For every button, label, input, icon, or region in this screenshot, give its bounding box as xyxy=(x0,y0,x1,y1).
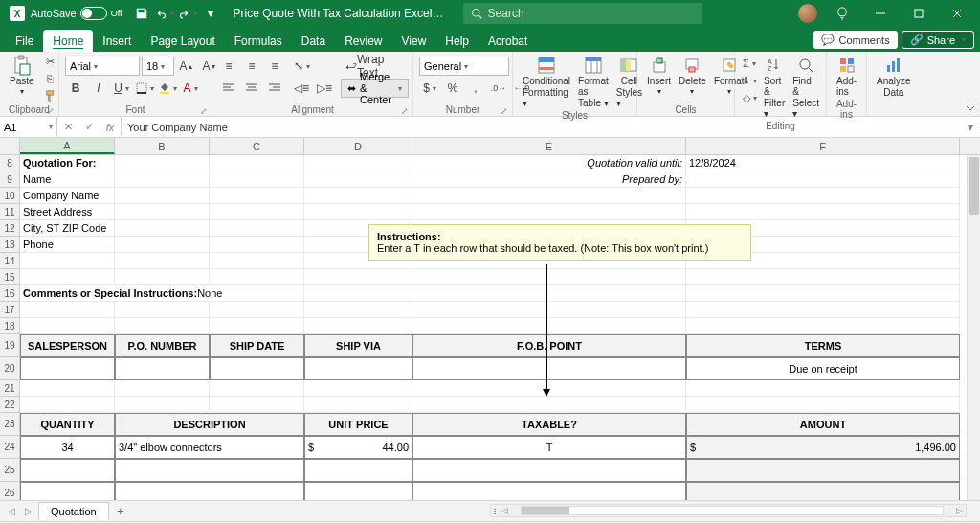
paste-button[interactable]: Paste▾ xyxy=(6,54,38,98)
cell[interactable]: TERMS xyxy=(686,334,960,357)
cell[interactable] xyxy=(686,302,960,318)
cell[interactable]: Due on receipt xyxy=(686,357,960,380)
col-header-d[interactable]: D xyxy=(304,138,412,154)
sheet-nav-prev-icon[interactable]: ◁ xyxy=(4,506,19,516)
align-center-icon[interactable] xyxy=(241,79,262,98)
col-header-c[interactable]: C xyxy=(210,138,304,154)
cell[interactable] xyxy=(304,302,412,318)
cell[interactable] xyxy=(115,318,210,334)
find-select-button[interactable]: Find &Select ▾ xyxy=(789,54,823,121)
cell[interactable] xyxy=(412,269,686,285)
cell[interactable] xyxy=(304,397,412,413)
row-header[interactable]: 15 xyxy=(0,269,20,285)
row-header[interactable]: 16 xyxy=(0,285,20,302)
row-header[interactable]: 11 xyxy=(0,204,20,220)
cell[interactable]: SALESPERSON xyxy=(20,334,115,357)
name-box[interactable]: A1▾ xyxy=(0,117,57,137)
maximize-icon[interactable] xyxy=(900,0,938,27)
tab-acrobat[interactable]: Acrobat xyxy=(479,30,537,52)
cell[interactable]: Phone xyxy=(20,237,115,253)
fill-icon[interactable]: ⬇ xyxy=(741,73,758,88)
row-header[interactable]: 12 xyxy=(0,220,20,237)
cell[interactable] xyxy=(20,380,115,397)
cell[interactable] xyxy=(115,220,210,237)
row-header[interactable]: 18 xyxy=(0,318,20,334)
cell[interactable] xyxy=(304,269,412,285)
align-top-icon[interactable]: ≡ xyxy=(218,57,239,76)
row-header[interactable]: 14 xyxy=(0,253,20,269)
cell[interactable] xyxy=(304,285,412,302)
qat-customize-icon[interactable]: ▾ xyxy=(201,4,220,23)
tab-home[interactable]: Home xyxy=(43,30,93,52)
cell[interactable] xyxy=(210,357,304,380)
merge-center-button[interactable]: ⬌ Merge & Center xyxy=(341,79,409,98)
row-header[interactable]: 22 xyxy=(0,397,20,413)
cell[interactable] xyxy=(210,155,304,171)
cell[interactable]: F.O.B. POINT xyxy=(412,334,686,357)
user-avatar[interactable] xyxy=(798,4,817,23)
cell[interactable] xyxy=(210,220,304,237)
cell[interactable] xyxy=(686,188,960,204)
italic-button[interactable]: I xyxy=(88,79,109,98)
cell[interactable] xyxy=(304,357,412,380)
cell[interactable] xyxy=(412,397,686,413)
select-all-corner[interactable] xyxy=(0,138,20,154)
cell[interactable] xyxy=(20,318,115,334)
increase-font-icon[interactable]: A▲ xyxy=(176,57,197,76)
cell[interactable] xyxy=(210,397,304,413)
cell[interactable] xyxy=(412,188,686,204)
cell[interactable] xyxy=(115,188,210,204)
cell[interactable] xyxy=(20,269,115,285)
share-button[interactable]: 🔗 Share xyxy=(902,31,974,49)
bold-button[interactable]: B xyxy=(65,79,86,98)
cell[interactable]: Company Name xyxy=(20,188,115,204)
row-header[interactable]: 19 xyxy=(0,334,20,357)
cell[interactable]: P.O. NUMBER xyxy=(115,334,210,357)
cell[interactable] xyxy=(115,397,210,413)
insert-cells-button[interactable]: Insert▾ xyxy=(643,54,675,98)
scrollbar-thumb[interactable] xyxy=(969,157,979,215)
sort-filter-button[interactable]: AZSort &Filter ▾ xyxy=(760,54,789,121)
cell[interactable] xyxy=(20,253,115,269)
formula-input[interactable]: Your Company Name xyxy=(122,122,961,133)
increase-decimal-icon[interactable]: .0→ xyxy=(488,79,509,98)
copy-icon[interactable]: ⎘ xyxy=(42,71,59,86)
number-format-combo[interactable]: General xyxy=(419,57,509,76)
coming-soon-icon[interactable] xyxy=(823,0,861,27)
cell[interactable] xyxy=(20,397,115,413)
clipboard-launcher-icon[interactable]: ⤢ xyxy=(47,106,55,116)
autosum-icon[interactable]: Σ xyxy=(741,56,758,71)
cell[interactable] xyxy=(115,253,210,269)
alignment-launcher-icon[interactable]: ⤢ xyxy=(401,106,409,116)
cell[interactable] xyxy=(20,302,115,318)
accounting-format-icon[interactable]: $ xyxy=(419,79,440,98)
cell[interactable]: City, ST ZIP Code xyxy=(20,220,115,237)
row-header[interactable]: 8 xyxy=(0,155,20,171)
cell[interactable] xyxy=(304,204,412,220)
cell[interactable] xyxy=(686,171,960,188)
cell[interactable] xyxy=(686,269,960,285)
cell[interactable]: $1,496.00 xyxy=(686,436,960,459)
cell[interactable] xyxy=(686,285,960,302)
cancel-formula-icon[interactable]: ✕ xyxy=(57,117,78,137)
save-icon[interactable] xyxy=(132,4,151,23)
col-header-b[interactable]: B xyxy=(115,138,210,154)
cell[interactable]: 3/4" elbow connectors xyxy=(115,436,304,459)
cell[interactable] xyxy=(115,380,210,397)
cell[interactable]: TAXABLE? xyxy=(412,413,686,436)
cell[interactable] xyxy=(115,155,210,171)
cell[interactable] xyxy=(115,302,210,318)
row-header[interactable]: 13 xyxy=(0,237,20,253)
cell[interactable] xyxy=(412,357,686,380)
cell[interactable] xyxy=(412,204,686,220)
cell[interactable]: Comments or Special Instructions: None xyxy=(20,285,304,302)
font-color-icon[interactable]: A xyxy=(180,79,201,98)
format-as-table-button[interactable]: Format asTable ▾ xyxy=(574,54,612,110)
tab-help[interactable]: Help xyxy=(435,30,479,52)
delete-cells-button[interactable]: Delete▾ xyxy=(675,54,710,98)
tab-file[interactable]: File xyxy=(6,30,43,52)
cell[interactable] xyxy=(412,482,686,500)
vertical-scrollbar[interactable] xyxy=(967,155,980,500)
enter-formula-icon[interactable]: ✓ xyxy=(78,117,100,137)
percent-format-icon[interactable]: % xyxy=(442,79,463,98)
